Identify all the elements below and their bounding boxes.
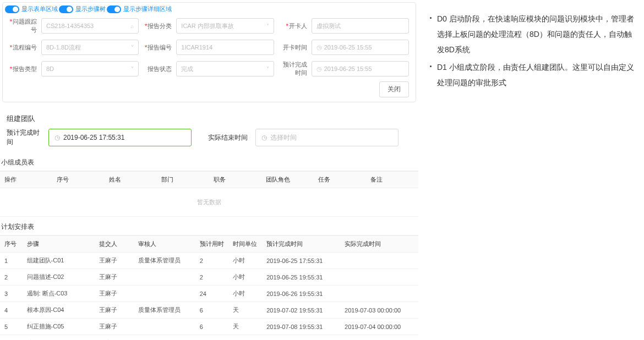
- table-row[interactable]: 4根本原因-C04王麻子质量体系管理员6天2019-07-02 19:55:31…: [0, 302, 418, 319]
- toggle-step-tree[interactable]: 显示步骤树: [59, 5, 106, 13]
- expected-time-value: 2019-06-25 17:55:31: [63, 134, 124, 141]
- table-cell: 2: [195, 253, 229, 269]
- form-value: 8D: [46, 65, 54, 72]
- clock-icon: ◷: [261, 134, 267, 141]
- form-item: 报告状态完成˅: [144, 61, 274, 77]
- table-header: 部门: [157, 172, 209, 188]
- table-cell: 纠正措施-C05: [23, 319, 95, 335]
- table-cell: 6: [195, 335, 229, 341]
- table-header: 审核人: [134, 236, 195, 253]
- expected-time-label: 预计完成时间: [7, 128, 45, 147]
- table-cell: [340, 286, 418, 302]
- clock-icon: ◷: [316, 65, 322, 73]
- table-header: 职务: [209, 172, 261, 188]
- team-time-row: 预计完成时间 ◷ 2019-06-25 17:55:31 实际结束时间 ◷ 选择…: [0, 128, 418, 152]
- note-item: D1 小组成立阶段，由责任人组建团队。这里可以自由定义处理问题的审批形式: [429, 59, 638, 90]
- table-header: 实际完成时间: [340, 236, 418, 253]
- table-cell: 2: [0, 269, 23, 286]
- form-value: 完成: [181, 65, 193, 73]
- table-cell: [134, 269, 195, 286]
- table-header: 团队角色: [261, 172, 314, 188]
- table-cell: [134, 286, 195, 302]
- form-value: 2019-06-25 15:55: [324, 44, 372, 51]
- chevron-icon: ˅: [131, 66, 134, 72]
- close-button[interactable]: 关闭: [379, 81, 409, 97]
- expected-time-input[interactable]: ◷ 2019-06-25 17:55:31: [48, 129, 192, 146]
- toggle-step-detail[interactable]: 显示步骤详细区域: [107, 5, 172, 13]
- table-cell: 质量体系管理员: [134, 302, 195, 319]
- empty-text: 暂无数据: [0, 188, 418, 217]
- table-cell: [134, 335, 195, 341]
- note-item: D0 启动阶段，在快速响应模块的问题识别模块中，管理者选择上板问题的处理流程（8…: [429, 11, 638, 57]
- app-left-panel: 显示表单区域 显示步骤树 显示步骤详细区域 *问题跟踪号CS218-143543…: [0, 0, 418, 340]
- table-cell: 质量体系管理员: [134, 253, 195, 269]
- form-input[interactable]: CS218-14354353⌕: [41, 18, 139, 34]
- form-card: 显示表单区域 显示步骤树 显示步骤详细区域 *问题跟踪号CS218-143543…: [2, 2, 416, 102]
- toggle-label: 显示步骤详细区域: [123, 5, 172, 13]
- form-item: *问题跟踪号CS218-14354353⌕: [9, 18, 139, 34]
- form-label: *流程编号: [9, 43, 41, 52]
- table-header: 时间单位: [228, 236, 262, 253]
- chevron-icon: ˅: [266, 66, 269, 72]
- table-cell: 天: [228, 335, 262, 341]
- actual-time-input[interactable]: ◷ 选择时间: [255, 129, 399, 146]
- table-cell: 2019-07-04 00:00:00: [340, 319, 418, 335]
- table-header: 预计用时: [195, 236, 229, 253]
- form-input[interactable]: 虚拟测试: [312, 18, 409, 34]
- chevron-icon: ˅: [266, 23, 269, 29]
- form-label: *报告分类: [144, 22, 176, 30]
- toggle-label: 显示步骤树: [75, 5, 106, 13]
- table-cell: 小时: [228, 269, 262, 286]
- form-item: *流程编号8D-1.8D流程˅: [9, 40, 139, 55]
- form-label: *开卡人: [280, 22, 312, 30]
- form-grid: *问题跟踪号CS218-14354353⌕*报告分类ICAR 内部抓取事故˅*开…: [3, 14, 416, 79]
- form-input[interactable]: 8D˅: [41, 61, 139, 76]
- form-value: 8D-1.8D流程: [46, 43, 81, 52]
- toggle-form-area[interactable]: 显示表单区域: [5, 5, 58, 13]
- form-input[interactable]: ◷2019-06-25 15:55: [312, 40, 409, 55]
- table-cell: 24: [195, 286, 229, 302]
- table-row[interactable]: 2问题描述-C02王麻子2小时2019-06-25 19:55:31: [0, 269, 418, 286]
- table-cell: [340, 335, 418, 341]
- table-cell: 王麻子: [95, 302, 134, 319]
- form-input[interactable]: 1ICAR1914: [176, 40, 274, 55]
- form-input[interactable]: ◷2019-06-25 15:55: [312, 61, 409, 76]
- form-input[interactable]: ICAR 内部抓取事故˅: [176, 18, 274, 34]
- form-input[interactable]: 8D-1.8D流程˅: [41, 40, 139, 55]
- table-row[interactable]: 3遏制: 断点-C03王麻子24小时2019-06-26 19:55:31: [0, 286, 418, 302]
- table-cell: 4: [0, 302, 23, 319]
- form-input[interactable]: 完成˅: [176, 61, 274, 76]
- form-label: *报告类型: [9, 65, 41, 73]
- table-header: 操作: [0, 172, 52, 188]
- form-value: ICAR 内部抓取事故: [181, 22, 233, 30]
- form-value: CS218-14354353: [46, 23, 94, 29]
- team-section-title: 组建团队: [0, 108, 418, 128]
- table-cell: 问题描述-C02: [23, 269, 95, 286]
- table-cell: 王麻子: [95, 253, 134, 269]
- form-item: 开卡时间◷2019-06-25 15:55: [280, 40, 409, 55]
- table-cell: 6: [0, 335, 23, 341]
- table-cell: 王麻子: [95, 269, 134, 286]
- table-cell: 2019-07-14 19:55:31: [262, 335, 340, 341]
- form-label: 报告状态: [144, 65, 176, 73]
- table-cell: 5: [0, 319, 23, 335]
- table-cell: 小时: [228, 286, 262, 302]
- plan-table: 序号步骤提交人审核人预计用时时间单位预计完成时间实际完成时间 1组建团队-C01…: [0, 235, 418, 340]
- clock-icon: ◷: [54, 134, 60, 141]
- switch-icon: [107, 6, 121, 13]
- table-cell: 天: [228, 319, 262, 335]
- table-header: 预计完成时间: [262, 236, 340, 253]
- table-header: 备注: [366, 172, 418, 188]
- table-cell: 王麻子: [95, 286, 134, 302]
- table-row[interactable]: 5纠正措施-C05王麻子6天2019-07-08 19:55:312019-07…: [0, 319, 418, 335]
- actual-time-label: 实际结束时间: [208, 133, 252, 142]
- table-cell: 根本原因-C04: [23, 302, 95, 319]
- table-cell: 2019-06-25 19:55:31: [262, 269, 340, 286]
- table-cell: 1: [0, 253, 23, 269]
- notes-panel: D0 启动阶段，在快速响应模块的问题识别模块中，管理者选择上板问题的处理流程（8…: [418, 0, 644, 340]
- table-row[interactable]: 1组建团队-C01王麻子质量体系管理员2小时2019-06-25 17:55:3…: [0, 253, 418, 269]
- table-header: 序号: [52, 172, 105, 188]
- table-row[interactable]: 6防错措施-C06王麻子6天2019-07-14 19:55:31: [0, 335, 418, 341]
- table-header: 序号: [0, 236, 23, 253]
- form-value: 1ICAR1914: [181, 44, 212, 51]
